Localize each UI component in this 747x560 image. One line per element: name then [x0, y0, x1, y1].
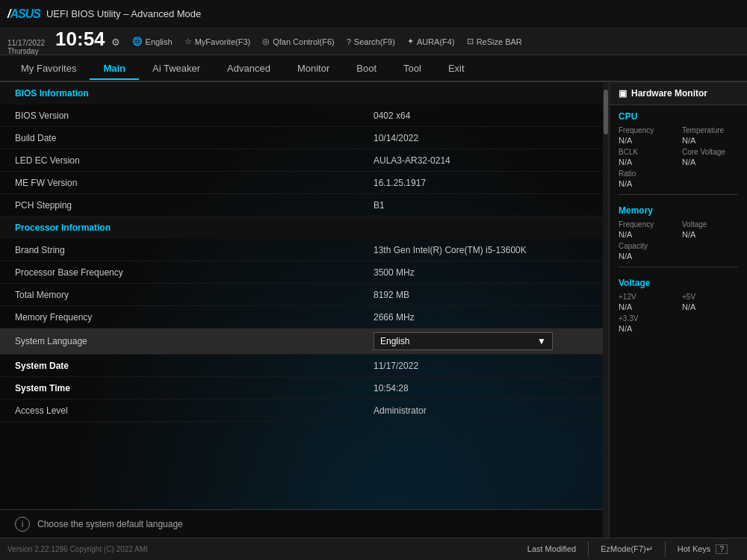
scrollbar[interactable]	[603, 82, 609, 538]
main-panel: BIOS Information BIOS Version 0402 x64 B…	[0, 82, 603, 538]
hw-bclk-label: BCLK	[619, 148, 675, 156]
hw-cpu-freq-label: Frequency	[619, 126, 675, 134]
base-freq-label: Processor Base Frequency	[15, 267, 374, 278]
aura-icon: ✦	[407, 37, 414, 46]
last-modified-button[interactable]: Last Modified	[515, 541, 588, 557]
tab-my-favorites[interactable]: My Favorites	[7, 58, 90, 80]
hw-5v-label: +5V	[682, 293, 738, 301]
hw-bclk-value: N/A	[619, 158, 675, 167]
content-area: BIOS Information BIOS Version 0402 x64 B…	[0, 82, 747, 538]
hw-mem-capacity: Capacity N/A	[610, 240, 747, 262]
hw-ratio-value: N/A	[619, 179, 675, 188]
hw-cpu-title: CPU	[610, 105, 747, 125]
brand-string-row: Brand String 13th Gen Intel(R) Core(TM) …	[0, 239, 603, 261]
date-display: 11/17/2022 Thursday	[7, 39, 45, 55]
access-level-value: Administrator	[374, 405, 588, 416]
hw-core-voltage-col: Core Voltage N/A	[682, 148, 738, 167]
search-button[interactable]: ? Search(F9)	[347, 37, 395, 46]
hw-33v: +3.3V N/A	[610, 313, 747, 335]
hw-12v-value: N/A	[619, 302, 675, 311]
clock-display: 10:54	[55, 28, 105, 51]
footer: Version 2.22.1286 Copyright (C) 2022 AMI…	[0, 538, 747, 560]
aura-button[interactable]: ✦ AURA(F4)	[407, 37, 455, 46]
me-fw-value: 16.1.25.1917	[374, 178, 588, 188]
hw-mem-freq-value: N/A	[619, 230, 675, 239]
hw-voltage-title: Voltage	[610, 272, 747, 291]
led-ec-value: AULA3-AR32-0214	[374, 155, 588, 166]
bios-section-header: BIOS Information	[0, 82, 603, 105]
hw-cpu-bclk-voltage: BCLK N/A Core Voltage N/A	[610, 146, 747, 168]
hw-capacity-label: Capacity	[619, 242, 675, 250]
tab-main[interactable]: Main	[90, 58, 139, 80]
base-freq-row: Processor Base Frequency 3500 MHz	[0, 261, 603, 284]
system-time-value: 10:54:28	[374, 383, 588, 393]
hw-cpu-temp-col: Temperature N/A	[682, 126, 738, 145]
hw-mem-voltage-label: Voltage	[682, 220, 738, 228]
resize-bar-button[interactable]: ⊡ ReSize BAR	[467, 37, 522, 46]
globe-icon: 🌐	[132, 37, 143, 46]
hw-ratio-label: Ratio	[619, 169, 675, 178]
tab-advanced[interactable]: Advanced	[214, 58, 284, 80]
ez-mode-button[interactable]: EzMode(F7)↵	[588, 541, 665, 557]
hw-divider-1	[619, 194, 738, 195]
hw-memory-title: Memory	[610, 199, 747, 219]
hotkey-symbol: ?	[716, 544, 728, 554]
led-ec-row: LED EC Version AULA3-AR32-0214	[0, 149, 603, 172]
language-button[interactable]: 🌐 English	[132, 37, 173, 46]
my-favorites-button[interactable]: ☆ MyFavorite(F3)	[185, 37, 251, 46]
base-freq-value: 3500 MHz	[374, 267, 588, 278]
hw-cpu-frequency-col: Frequency N/A	[619, 126, 675, 145]
favorites-icon: ☆	[185, 37, 192, 46]
hw-core-voltage-label: Core Voltage	[682, 148, 738, 156]
bios-version-row: BIOS Version 0402 x64	[0, 105, 603, 127]
memory-freq-row: Memory Frequency 2666 MHz	[0, 306, 603, 329]
language-dropdown[interactable]: English ▼	[374, 332, 553, 350]
hw-mem-freq-col: Frequency N/A	[619, 220, 675, 239]
qfan-button[interactable]: ◎ Qfan Control(F6)	[262, 37, 335, 46]
hw-mem-voltage-col: Voltage N/A	[682, 220, 738, 239]
status-text: Choose the system default language	[37, 519, 183, 529]
header-bar: /ASUS UEFI BIOS Utility – Advanced Mode	[0, 0, 747, 28]
tab-tool[interactable]: Tool	[390, 58, 435, 80]
tab-exit[interactable]: Exit	[435, 58, 478, 80]
resize-icon: ⊡	[467, 37, 474, 46]
hot-keys-button[interactable]: Hot Keys ?	[665, 541, 740, 557]
pch-stepping-label: PCH Stepping	[15, 200, 374, 211]
tab-boot[interactable]: Boot	[343, 58, 390, 80]
brand-string-value: 13th Gen Intel(R) Core(TM) i5-13600K	[374, 245, 588, 255]
hw-12v-col: +12V N/A	[619, 293, 675, 311]
info-icon: i	[15, 517, 30, 532]
hw-33v-label: +3.3V	[619, 314, 675, 323]
hw-capacity-col: Capacity N/A	[619, 242, 675, 261]
system-date-row[interactable]: System Date 11/17/2022	[0, 355, 603, 377]
processor-section-header: Processor Information	[0, 217, 603, 239]
hw-5v-col: +5V N/A	[682, 293, 738, 311]
hw-12v-5v: +12V N/A +5V N/A	[610, 291, 747, 313]
search-icon: ?	[347, 37, 351, 46]
settings-icon[interactable]: ⚙	[111, 37, 120, 48]
hw-12v-label: +12V	[619, 293, 675, 301]
info-table: BIOS Information BIOS Version 0402 x64 B…	[0, 82, 603, 509]
hw-mem-freq-voltage: Frequency N/A Voltage N/A	[610, 219, 747, 240]
pch-stepping-value: B1	[374, 200, 588, 211]
tab-monitor[interactable]: Monitor	[284, 58, 343, 80]
access-level-label: Access Level	[15, 405, 374, 416]
hw-core-voltage-value: N/A	[682, 158, 738, 167]
hw-cpu-temp-value: N/A	[682, 136, 738, 145]
total-memory-label: Total Memory	[15, 290, 374, 300]
scrollbar-thumb[interactable]	[604, 90, 608, 134]
tab-ai-tweaker[interactable]: Ai Tweaker	[139, 58, 214, 80]
hw-cpu-ratio: Ratio N/A	[610, 168, 747, 190]
system-language-row[interactable]: System Language English ▼	[0, 329, 603, 355]
total-memory-value: 8192 MB	[374, 290, 588, 300]
led-ec-label: LED EC Version	[15, 155, 374, 166]
monitor-icon: ▣	[619, 88, 627, 99]
footer-buttons: Last Modified EzMode(F7)↵ Hot Keys ?	[515, 541, 740, 557]
app-title: UEFI BIOS Utility – Advanced Mode	[46, 8, 201, 19]
hardware-monitor-panel: ▣ Hardware Monitor CPU Frequency N/A Tem…	[609, 82, 747, 538]
hw-cpu-temp-label: Temperature	[682, 126, 738, 134]
chevron-down-icon: ▼	[537, 336, 546, 346]
access-level-row: Access Level Administrator	[0, 399, 603, 422]
system-time-row[interactable]: System Time 10:54:28	[0, 377, 603, 399]
hw-ratio-col: Ratio N/A	[619, 169, 675, 188]
